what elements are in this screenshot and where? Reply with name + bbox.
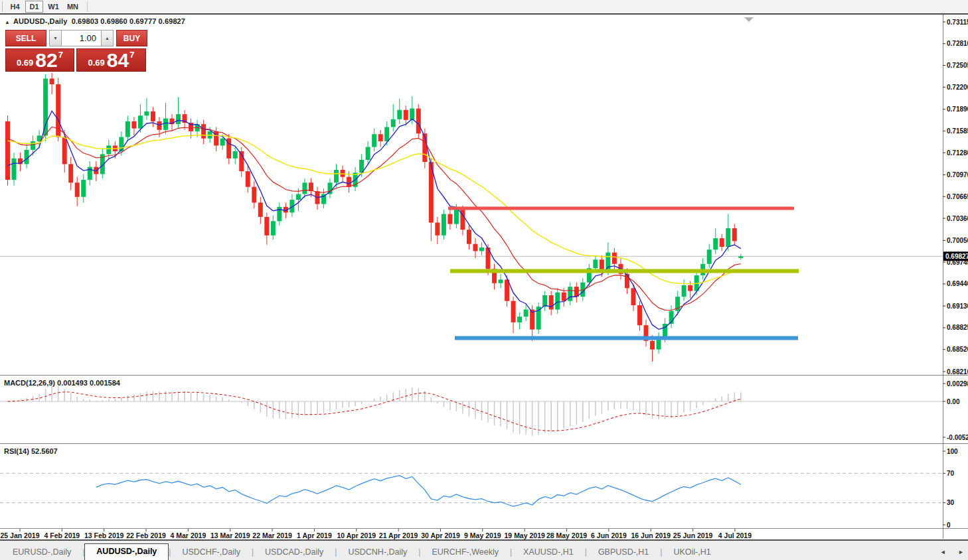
- chart-tab-audusd[interactable]: AUDUSD-,Daily: [84, 543, 169, 560]
- chart-tab-ukoil[interactable]: UKOil-,H1: [662, 545, 722, 560]
- sell-button[interactable]: SELL: [5, 30, 46, 46]
- candle-body: [479, 247, 484, 251]
- trading-terminal: H4D1W1MN 0.731150.728100.725050.722000.7…: [0, 0, 968, 560]
- date-axis-label: 22 Feb 2019: [126, 531, 166, 539]
- tab-scroll-right-icon[interactable]: ►: [958, 549, 964, 555]
- chart-tab-xauusd[interactable]: XAUUSD-,H1: [512, 545, 585, 560]
- rsi-axis-label: 0: [947, 522, 951, 529]
- candle-body: [593, 259, 598, 268]
- chart-tab-gbpusd[interactable]: GBPUSD-,H1: [587, 545, 660, 560]
- buy-price-box[interactable]: 0.69 84 7: [76, 48, 146, 72]
- candle-body: [138, 115, 143, 128]
- candle-body: [163, 119, 168, 130]
- price-axis-label: 0.70050: [947, 237, 968, 244]
- candle-body: [277, 207, 282, 221]
- tab-scroll-left-icon[interactable]: ◄: [940, 549, 946, 555]
- candle-body: [176, 114, 181, 124]
- candle-body: [233, 151, 238, 159]
- chart-tab-usdcnh[interactable]: USDCNH-,Daily: [337, 545, 418, 560]
- candle-body: [442, 214, 446, 236]
- date-axis-label: 19 May 2019: [505, 531, 545, 539]
- sell-price-big: 82: [35, 50, 57, 70]
- price-axis-label: 0.71890: [947, 105, 968, 113]
- candle-body: [612, 253, 617, 264]
- chart-tab-eurchf[interactable]: EURCHF-,Weekly: [420, 545, 509, 560]
- candle-body: [75, 182, 80, 196]
- date-axis-label: 28 May 2019: [546, 531, 587, 539]
- one-click-trading-panel: SELL ▼ ▲ BUY 0.69 82 7 0.69 84 7: [5, 30, 148, 72]
- chart-shift-marker-icon[interactable]: [744, 17, 754, 22]
- arrow-down-icon: ▼: [53, 36, 58, 40]
- candle-body: [555, 293, 560, 310]
- price-axis-label: 0.68520: [947, 346, 968, 353]
- buy-button[interactable]: BUY: [116, 30, 147, 46]
- candle-body: [246, 171, 250, 187]
- candle-body: [372, 134, 376, 147]
- candle-body: [43, 78, 48, 135]
- current-price-label: 0.69827: [945, 253, 968, 260]
- horizontal-level-line-1[interactable]: [448, 206, 794, 210]
- candle-body: [302, 182, 307, 194]
- candle-body: [682, 285, 686, 297]
- volume-decrease-button[interactable]: ▼: [49, 30, 62, 46]
- candle-body: [499, 279, 503, 283]
- candle-body: [726, 228, 730, 247]
- candle-body: [31, 141, 35, 150]
- candle-body: [404, 110, 408, 120]
- horizontal-level-line-2[interactable]: [450, 269, 799, 273]
- timeframe-button-d1[interactable]: D1: [25, 1, 43, 13]
- candle-body: [252, 187, 256, 203]
- chart-tab-eurusd[interactable]: EURUSD-,Daily: [1, 545, 82, 560]
- macd-axis-label: 0.002984: [947, 380, 968, 387]
- macd-values: 0.001493 0.001584: [57, 379, 120, 387]
- volume-input[interactable]: [62, 30, 101, 46]
- candle-body: [151, 111, 155, 121]
- date-axis-label: 9 May 2019: [464, 531, 501, 539]
- volume-increase-button[interactable]: ▲: [101, 30, 114, 46]
- candle-body: [384, 127, 389, 141]
- price-axis-label: 0.70665: [947, 193, 968, 200]
- date-axis-label: 1 Apr 2019: [297, 531, 332, 539]
- chart-tab-usdcad[interactable]: USDCAD-,Daily: [254, 545, 335, 560]
- price-axis-label: 0.68210: [947, 368, 968, 376]
- candle-body: [56, 84, 60, 137]
- buy-price-sup: 7: [129, 50, 134, 60]
- rsi-indicator-label: RSI(14) 52.5607: [4, 447, 58, 455]
- date-axis-label: 4 Jul 2019: [718, 531, 752, 539]
- date-axis-label: 25 Jun 2019: [673, 531, 713, 539]
- sell-price-prefix: 0.69: [17, 58, 33, 68]
- candle-body: [568, 287, 572, 301]
- collapse-icon[interactable]: ▲: [5, 19, 10, 25]
- date-axis-label: 4 Feb 2019: [44, 531, 80, 539]
- candle-body: [62, 137, 67, 165]
- toolbar-separator: [87, 1, 88, 12]
- date-axis-label: 6 Jun 2019: [591, 531, 627, 539]
- buy-price-big: 84: [107, 50, 129, 70]
- chart-tab-bar: EURUSD-,Daily|AUDUSD-,Daily|USDCHF-,Dail…: [0, 539, 968, 560]
- candle-body: [88, 167, 92, 180]
- candle-body: [524, 310, 528, 317]
- candle-body: [201, 124, 206, 138]
- pane-separator: [0, 375, 968, 376]
- candle-body: [12, 159, 17, 180]
- price-axis-label: 0.69440: [947, 280, 968, 287]
- buy-price-prefix: 0.69: [88, 58, 105, 68]
- rsi-line: [96, 476, 741, 507]
- candle-body: [50, 78, 54, 84]
- chart-canvas[interactable]: 0.731150.728100.725050.722000.718900.715…: [0, 15, 968, 539]
- timeframe-button-w1[interactable]: W1: [44, 1, 62, 13]
- candle-body: [707, 249, 712, 263]
- candle-body: [68, 164, 73, 182]
- date-axis-label: 4 Mar 2019: [171, 531, 206, 539]
- rsi-axis-label: 70: [947, 470, 955, 477]
- candle-body: [296, 194, 301, 200]
- sell-price-box[interactable]: 0.69 82 7: [5, 48, 74, 72]
- horizontal-level-line-3[interactable]: [455, 336, 798, 340]
- candle-body: [720, 238, 724, 247]
- chart-tab-usdchf[interactable]: USDCHF-,Daily: [171, 545, 252, 560]
- timeframe-button-h4[interactable]: H4: [6, 1, 24, 13]
- candle-body: [625, 274, 629, 288]
- macd-axis-label: -0.005256: [947, 434, 968, 441]
- timeframe-button-mn[interactable]: MN: [64, 1, 82, 13]
- candle-body: [334, 170, 339, 182]
